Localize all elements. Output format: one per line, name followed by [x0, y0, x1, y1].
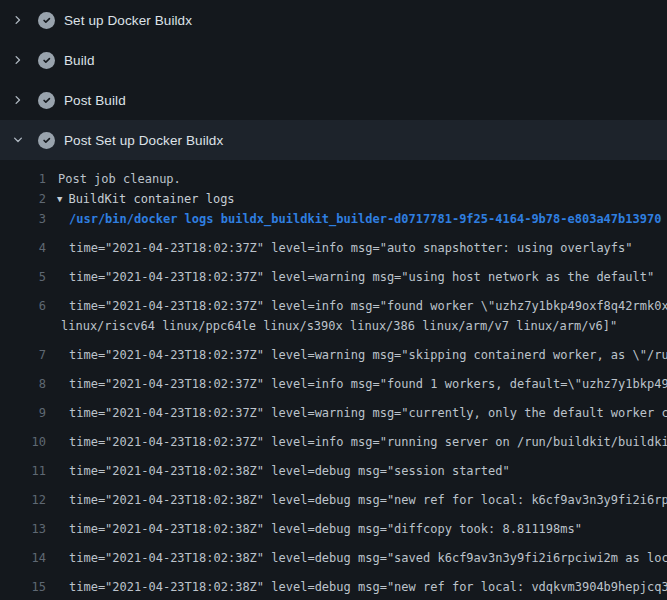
line-number[interactable]: 4: [0, 238, 46, 258]
log-row: 8time="2021-04-23T18:02:37Z" level=info …: [0, 365, 667, 394]
check-circle-icon: [38, 12, 55, 29]
log-row: 7time="2021-04-23T18:02:37Z" level=warni…: [0, 336, 667, 365]
log-row: linux/riscv64 linux/ppc64le linux/s390x …: [0, 316, 667, 336]
chevron-right-icon: [12, 14, 24, 26]
step-header-build[interactable]: Build: [0, 40, 667, 80]
log-row: 11time="2021-04-23T18:02:38Z" level=debu…: [0, 452, 667, 481]
log-line-text: time="2021-04-23T18:02:38Z" level=debug …: [69, 461, 510, 481]
log-line-text: time="2021-04-23T18:02:37Z" level=info m…: [69, 296, 667, 316]
line-number[interactable]: 15: [0, 577, 46, 597]
log-row: 12time="2021-04-23T18:02:38Z" level=debu…: [0, 481, 667, 510]
chevron-down-icon: [12, 134, 24, 146]
log-command-text: /usr/bin/docker logs buildx_buildkit_bui…: [69, 209, 661, 229]
line-number[interactable]: 8: [0, 374, 46, 394]
check-circle-icon: [38, 132, 55, 149]
step-header-set-up-docker-buildx[interactable]: Set up Docker Buildx: [0, 0, 667, 40]
line-number[interactable]: 13: [0, 519, 46, 539]
line-number[interactable]: 5: [0, 267, 46, 287]
log-row: 2▼BuildKit container logs: [0, 189, 667, 209]
log-row: 10time="2021-04-23T18:02:37Z" level=info…: [0, 423, 667, 452]
log-row: 3/usr/bin/docker logs buildx_buildkit_bu…: [0, 209, 667, 229]
log-line-text: time="2021-04-23T18:02:38Z" level=debug …: [69, 548, 667, 568]
step-header-post-build[interactable]: Post Build: [0, 80, 667, 120]
check-circle-icon: [38, 92, 55, 109]
log-line-text: Post job cleanup.: [58, 169, 181, 189]
log-line-text: time="2021-04-23T18:02:37Z" level=warnin…: [69, 403, 667, 423]
check-circle-icon: [38, 52, 55, 69]
log-line-text: time="2021-04-23T18:02:37Z" level=info m…: [69, 374, 667, 394]
line-number[interactable]: 3: [0, 209, 46, 229]
line-number[interactable]: 9: [0, 403, 46, 423]
group-collapse-icon: ▼: [57, 189, 62, 209]
step-label: Post Set up Docker Buildx: [64, 133, 223, 148]
line-number[interactable]: 2: [0, 189, 46, 209]
log-line-text: time="2021-04-23T18:02:38Z" level=debug …: [69, 577, 667, 597]
log-row: 15time="2021-04-23T18:02:38Z" level=debu…: [0, 568, 667, 597]
line-number[interactable]: 7: [0, 345, 46, 365]
step-log-output: 1Post job cleanup.2▼BuildKit container l…: [0, 160, 667, 600]
step-label: Build: [64, 53, 95, 68]
chevron-right-icon: [12, 54, 24, 66]
log-row: 14time="2021-04-23T18:02:38Z" level=debu…: [0, 539, 667, 568]
log-row: 4time="2021-04-23T18:02:37Z" level=info …: [0, 229, 667, 258]
line-number[interactable]: 10: [0, 432, 46, 452]
step-label: Post Build: [64, 93, 126, 108]
log-group-toggle[interactable]: ▼BuildKit container logs: [57, 189, 235, 209]
line-number[interactable]: 11: [0, 461, 46, 481]
log-row: 9time="2021-04-23T18:02:37Z" level=warni…: [0, 394, 667, 423]
log-line-text: time="2021-04-23T18:02:38Z" level=debug …: [69, 519, 582, 539]
workflow-step-list: Set up Docker BuildxBuildPost BuildPost …: [0, 0, 667, 160]
step-label: Set up Docker Buildx: [64, 13, 192, 28]
log-line-text: time="2021-04-23T18:02:37Z" level=info m…: [69, 432, 667, 452]
log-row: 1Post job cleanup.: [0, 169, 667, 189]
log-line-text: linux/riscv64 linux/ppc64le linux/s390x …: [61, 316, 617, 336]
log-row: 6time="2021-04-23T18:02:37Z" level=info …: [0, 287, 667, 316]
log-group-title: BuildKit container logs: [68, 192, 234, 206]
log-line-text: time="2021-04-23T18:02:37Z" level=info m…: [69, 238, 633, 258]
log-row: 5time="2021-04-23T18:02:37Z" level=warni…: [0, 258, 667, 287]
log-line-text: time="2021-04-23T18:02:37Z" level=warnin…: [69, 345, 667, 365]
line-number[interactable]: 6: [0, 296, 46, 316]
chevron-right-icon: [12, 94, 24, 106]
log-row: 13time="2021-04-23T18:02:38Z" level=debu…: [0, 510, 667, 539]
line-number[interactable]: 14: [0, 548, 46, 568]
line-number[interactable]: 12: [0, 490, 46, 510]
line-number[interactable]: 1: [0, 169, 46, 189]
step-header-post-set-up-docker-buildx[interactable]: Post Set up Docker Buildx: [0, 120, 667, 160]
log-line-text: time="2021-04-23T18:02:38Z" level=debug …: [69, 490, 667, 510]
log-line-text: time="2021-04-23T18:02:37Z" level=warnin…: [69, 267, 654, 287]
